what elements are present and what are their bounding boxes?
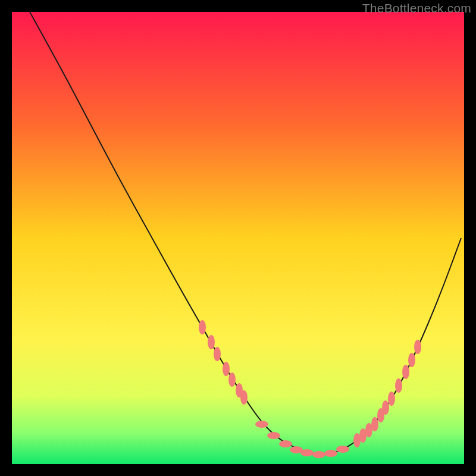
marker-dot <box>267 432 280 439</box>
marker-dot <box>414 340 421 354</box>
marker-dot <box>300 449 314 456</box>
marker-dot <box>228 372 236 387</box>
marker-dot <box>279 440 292 447</box>
marker-dot <box>214 347 221 361</box>
chart-svg <box>12 12 464 464</box>
marker-dot <box>388 392 395 406</box>
marker-dot <box>223 362 230 376</box>
marker-dot <box>240 390 248 405</box>
marker-dot <box>255 421 268 428</box>
marker-dot <box>408 353 415 367</box>
marker-dot <box>395 378 402 393</box>
watermark-text: TheBottleneck.com <box>362 1 471 15</box>
marker-dot <box>382 400 389 415</box>
marker-dot <box>371 417 378 431</box>
marker-dot <box>199 320 206 334</box>
marker-dot <box>312 451 325 458</box>
marker-dot <box>324 450 337 457</box>
marker-dot <box>208 335 215 349</box>
marker-dot <box>336 446 349 453</box>
marker-dot <box>402 365 409 379</box>
